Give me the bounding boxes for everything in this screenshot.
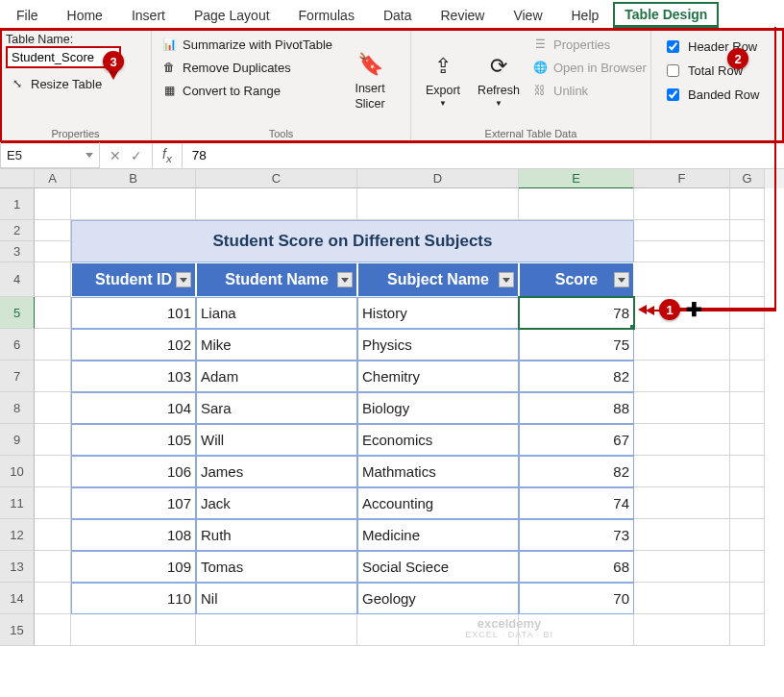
cell[interactable]: 106	[71, 456, 196, 487]
title-cell[interactable]: Student Score on Different Subjects	[71, 220, 634, 262]
cell[interactable]	[71, 614, 196, 646]
cell[interactable]: Jack	[196, 487, 357, 519]
cell[interactable]: Ruth	[196, 519, 357, 551]
filter-button[interactable]	[337, 272, 353, 287]
cell[interactable]: 110	[71, 583, 196, 614]
cell[interactable]: Medicine	[357, 519, 519, 551]
cell[interactable]: Biology	[357, 392, 519, 424]
cell[interactable]: 108	[71, 519, 196, 551]
cell[interactable]: 82	[519, 456, 634, 487]
cell[interactable]: Adam	[196, 361, 357, 392]
cell[interactable]: Accounting	[357, 487, 519, 519]
tab-file[interactable]: File	[2, 2, 53, 28]
row-header[interactable]: 5	[0, 297, 35, 329]
cell[interactable]: Will	[196, 424, 357, 456]
row-header[interactable]: 4	[0, 262, 35, 297]
row-header[interactable]: 9	[0, 424, 35, 456]
cell[interactable]	[35, 456, 71, 487]
table-header-cell[interactable]: Student ID	[71, 262, 196, 297]
cell[interactable]	[35, 392, 71, 424]
properties-button[interactable]: ☰ Properties	[528, 35, 650, 54]
cell[interactable]: 105	[71, 424, 196, 456]
summarize-pivot-button[interactable]: 📊 Summarize with PivotTable	[158, 35, 336, 54]
formula-input[interactable]	[183, 142, 784, 168]
cell[interactable]	[634, 329, 730, 361]
cell[interactable]: 109	[71, 551, 196, 583]
cell[interactable]	[730, 329, 765, 361]
cancel-icon[interactable]: ✕	[110, 148, 121, 163]
cell[interactable]	[519, 188, 634, 220]
convert-range-button[interactable]: ▦ Convert to Range	[158, 81, 336, 100]
filter-button[interactable]	[176, 272, 191, 287]
fx-icon[interactable]: fx	[153, 142, 183, 168]
col-header-D[interactable]: D	[357, 169, 519, 188]
cell[interactable]	[634, 361, 730, 392]
cell[interactable]: 103	[71, 361, 196, 392]
cell[interactable]: Geology	[357, 583, 519, 614]
total-row-box[interactable]	[667, 64, 679, 77]
cell[interactable]	[634, 519, 730, 551]
cell[interactable]	[730, 551, 765, 583]
cell[interactable]: Mike	[196, 329, 357, 361]
cell[interactable]: Tomas	[196, 551, 357, 583]
cell[interactable]: Liana	[196, 297, 357, 329]
col-header-B[interactable]: B	[71, 169, 196, 188]
cell[interactable]	[634, 262, 730, 297]
tab-view[interactable]: View	[499, 2, 556, 28]
cell[interactable]: Nil	[196, 583, 357, 614]
row-header[interactable]: 7	[0, 361, 35, 392]
cell[interactable]: 107	[71, 487, 196, 519]
cell[interactable]	[35, 519, 71, 551]
filter-button[interactable]	[499, 272, 514, 287]
row-header[interactable]: 11	[0, 487, 35, 519]
cell[interactable]	[634, 220, 730, 241]
col-header-G[interactable]: G	[730, 169, 765, 188]
enter-icon[interactable]: ✓	[131, 148, 142, 163]
col-header-F[interactable]: F	[634, 169, 730, 188]
cell[interactable]: 68	[519, 551, 634, 583]
tab-insert[interactable]: Insert	[117, 2, 180, 28]
cell[interactable]: 101	[71, 297, 196, 329]
cell[interactable]	[634, 487, 730, 519]
cell[interactable]	[730, 456, 765, 487]
cell[interactable]	[35, 329, 71, 361]
insert-slicer-button[interactable]: 🔖 Insert Slicer	[344, 33, 396, 126]
cell[interactable]	[730, 220, 765, 241]
cell[interactable]	[357, 188, 519, 220]
select-all-corner[interactable]	[0, 169, 35, 188]
cell[interactable]	[634, 456, 730, 487]
banded-row-box[interactable]	[667, 88, 679, 101]
tab-help[interactable]: Help	[557, 2, 614, 28]
total-row-check[interactable]: Total Row	[661, 61, 776, 81]
header-row-check[interactable]: Header Row	[661, 37, 776, 57]
cell[interactable]: 70	[519, 583, 634, 614]
cell[interactable]: History	[357, 297, 519, 329]
cell[interactable]	[730, 519, 765, 551]
table-header-cell[interactable]: Score	[519, 262, 634, 297]
cell[interactable]: 73	[519, 519, 634, 551]
cell[interactable]: 67	[519, 424, 634, 456]
cell[interactable]	[196, 188, 357, 220]
col-header-E[interactable]: E	[519, 169, 634, 188]
open-browser-button[interactable]: 🌐 Open in Browser	[528, 58, 650, 77]
cell[interactable]	[35, 241, 71, 262]
table-header-cell[interactable]: Subject Name	[357, 262, 519, 297]
refresh-button[interactable]: ⟳ Refresh ▼	[473, 33, 525, 126]
cell[interactable]: 82	[519, 361, 634, 392]
row-header[interactable]: 2	[0, 220, 35, 241]
cell[interactable]	[730, 188, 765, 220]
row-header[interactable]: 8	[0, 392, 35, 424]
tab-data[interactable]: Data	[369, 2, 427, 28]
cell[interactable]: James	[196, 456, 357, 487]
cell[interactable]	[519, 614, 634, 646]
cell[interactable]	[634, 424, 730, 456]
row-header[interactable]: 1	[0, 188, 35, 220]
cell[interactable]	[357, 614, 519, 646]
cell[interactable]	[35, 583, 71, 614]
name-box[interactable]: E5	[0, 142, 100, 168]
cell[interactable]	[634, 241, 730, 262]
cell[interactable]	[730, 297, 765, 329]
cell[interactable]	[35, 487, 71, 519]
cell[interactable]	[730, 424, 765, 456]
cell[interactable]: Chemitry	[357, 361, 519, 392]
